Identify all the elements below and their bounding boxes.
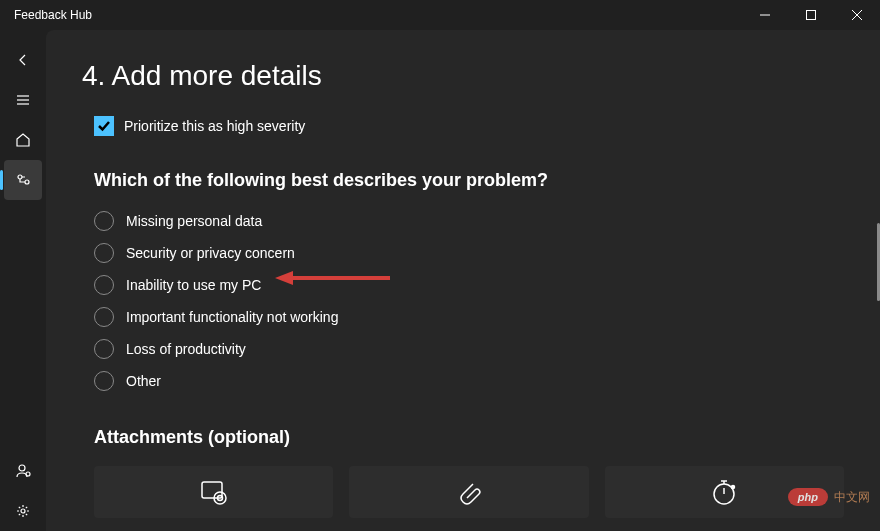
radio-option-productivity[interactable]: Loss of productivity (94, 339, 844, 359)
titlebar: Feedback Hub (0, 0, 880, 30)
section-title: 4. Add more details (82, 60, 844, 92)
sidebar (0, 30, 46, 531)
watermark-badge: php (788, 488, 828, 506)
checkmark-icon (97, 119, 111, 133)
problem-radio-group: Missing personal data Security or privac… (94, 211, 844, 391)
attachment-file-card[interactable] (349, 466, 588, 518)
content-area: 4. Add more details Prioritize this as h… (46, 30, 880, 531)
screenshot-icon (198, 476, 230, 508)
radio-label: Security or privacy concern (126, 245, 295, 261)
sidebar-item-feedback[interactable] (4, 160, 42, 200)
sidebar-bottom (0, 451, 46, 531)
hamburger-menu-button[interactable] (0, 80, 46, 120)
priority-checkbox-row[interactable]: Prioritize this as high severity (94, 116, 844, 136)
watermark-text: 中文网 (834, 489, 870, 506)
radio-label: Other (126, 373, 161, 389)
radio-button[interactable] (94, 211, 114, 231)
svg-point-8 (25, 180, 29, 184)
radio-button[interactable] (94, 275, 114, 295)
attachment-icon (453, 476, 485, 508)
watermark: php 中文网 (788, 488, 870, 506)
window-title: Feedback Hub (14, 8, 92, 22)
radio-button[interactable] (94, 339, 114, 359)
radio-option-missing-data[interactable]: Missing personal data (94, 211, 844, 231)
window-controls (742, 0, 880, 30)
svg-point-9 (19, 465, 25, 471)
svg-point-19 (732, 486, 735, 489)
radio-label: Loss of productivity (126, 341, 246, 357)
radio-option-security[interactable]: Security or privacy concern (94, 243, 844, 263)
back-button[interactable] (0, 40, 46, 80)
stopwatch-icon (708, 476, 740, 508)
app-body: 4. Add more details Prioritize this as h… (0, 30, 880, 531)
maximize-button[interactable] (788, 0, 834, 30)
priority-checkbox-label: Prioritize this as high severity (124, 118, 305, 134)
question-title: Which of the following best describes yo… (94, 170, 844, 191)
attachments-title: Attachments (optional) (94, 427, 844, 448)
svg-rect-1 (807, 11, 816, 20)
svg-point-7 (18, 175, 22, 179)
sidebar-item-settings[interactable] (0, 491, 46, 531)
sidebar-top (0, 40, 46, 200)
radio-label: Missing personal data (126, 213, 262, 229)
attachment-screenshot-card[interactable] (94, 466, 333, 518)
radio-label: Important functionality not working (126, 309, 338, 325)
attachment-cards (94, 466, 844, 518)
radio-option-other[interactable]: Other (94, 371, 844, 391)
radio-button[interactable] (94, 307, 114, 327)
sidebar-item-account[interactable] (0, 451, 46, 491)
radio-option-functionality[interactable]: Important functionality not working (94, 307, 844, 327)
minimize-button[interactable] (742, 0, 788, 30)
radio-button[interactable] (94, 371, 114, 391)
priority-checkbox[interactable] (94, 116, 114, 136)
close-button[interactable] (834, 0, 880, 30)
sidebar-item-home[interactable] (0, 120, 46, 160)
radio-label: Inability to use my PC (126, 277, 261, 293)
radio-button[interactable] (94, 243, 114, 263)
radio-option-inability[interactable]: Inability to use my PC (94, 275, 844, 295)
svg-point-11 (21, 509, 25, 513)
